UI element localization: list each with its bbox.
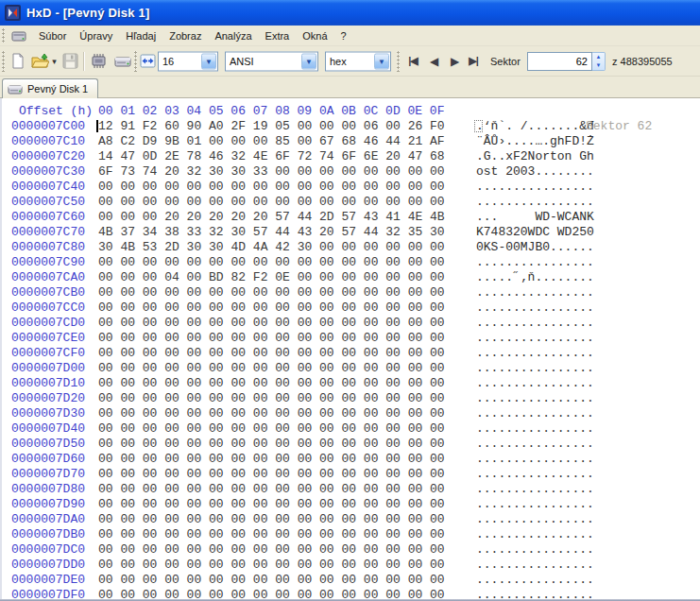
toolbar-gripper-3[interactable] [397, 51, 401, 72]
row-bytes[interactable]: 00 00 00 00 00 00 00 00 00 00 00 00 00 0… [98, 497, 445, 511]
row-bytes[interactable]: 00 00 00 04 00 BD 82 F2 0E 00 00 00 00 0… [98, 270, 445, 284]
row-bytes[interactable]: 00 00 00 00 00 00 00 00 00 00 00 00 00 0… [98, 316, 445, 330]
row-ascii[interactable]: ................ [476, 376, 594, 390]
row-ascii[interactable]: ................ [476, 285, 594, 300]
row-ascii[interactable]: ................ [476, 316, 594, 330]
open-ram-button[interactable] [88, 51, 109, 72]
row-ascii[interactable]: K748320WDC WD250 [476, 225, 594, 239]
tab-pevny-disk-1[interactable]: Pevný Disk 1 [2, 78, 98, 98]
bytes-per-row-combo[interactable]: 16 ▼ [158, 51, 218, 71]
toolbar-gripper-2[interactable] [134, 51, 138, 72]
row-ascii[interactable]: ................ [476, 452, 594, 466]
menu-item-2[interactable]: Úpravy [73, 27, 119, 44]
row-bytes[interactable]: 14 47 0D 2E 78 46 32 4E 6F 72 74 6F 6E 2… [98, 149, 445, 163]
row-ascii[interactable]: ................ [476, 391, 594, 405]
sector-input[interactable]: 62 [527, 52, 592, 71]
row-bytes[interactable]: 00 00 00 00 00 00 00 00 00 00 00 00 00 0… [98, 467, 445, 481]
row-bytes[interactable]: 00 00 00 00 00 00 00 00 00 00 00 00 00 0… [98, 512, 445, 526]
row-ascii[interactable]: ... WD-WCANK [476, 210, 594, 224]
row-bytes[interactable]: 00 00 00 00 00 00 00 00 00 00 00 00 00 0… [98, 588, 445, 599]
menu-gripper[interactable] [2, 28, 6, 43]
encoding-combo[interactable]: ANSI ▼ [225, 51, 318, 71]
row-bytes[interactable]: 00 00 00 00 00 00 00 00 00 00 00 00 00 0… [98, 376, 445, 390]
menu-item-3[interactable]: Hľadaj [119, 27, 162, 44]
open-file-button[interactable] [29, 51, 50, 72]
row-ascii[interactable]: ................ [476, 558, 594, 572]
row-ascii[interactable]: ................ [476, 195, 594, 209]
open-dropdown-caret[interactable]: ▾ [50, 57, 59, 66]
row-bytes[interactable]: 00 00 00 00 00 00 00 00 00 00 00 00 00 0… [98, 527, 445, 541]
row-bytes[interactable]: 00 00 00 00 00 00 00 00 00 00 00 00 00 0… [98, 558, 445, 572]
row-bytes[interactable]: 00 00 00 00 00 00 00 00 00 00 00 00 00 0… [98, 573, 445, 587]
new-file-button[interactable] [8, 51, 28, 72]
row-ascii[interactable]: ................ [476, 573, 594, 587]
menu-item-6[interactable]: Extra [259, 27, 297, 44]
offset-base-combo[interactable]: hex ▼ [325, 51, 391, 71]
row-bytes[interactable]: 6F 73 74 20 32 30 30 33 00 00 00 00 00 0… [98, 164, 445, 179]
row-bytes[interactable]: 00 00 00 00 00 00 00 00 00 00 00 00 00 0… [98, 255, 445, 269]
open-disk-button[interactable] [112, 51, 133, 72]
spinner-up-icon[interactable]: ▲ [592, 53, 605, 61]
row-ascii[interactable]: ................ [476, 497, 594, 511]
menu-item-4[interactable]: Zobraz [162, 27, 208, 44]
next-sector-button[interactable]: ▶ [445, 51, 464, 72]
chevron-down-icon[interactable]: ▼ [301, 53, 316, 69]
sector-spinner[interactable]: ▲ ▼ [592, 52, 606, 71]
row-ascii[interactable]: ................ [476, 361, 594, 375]
chevron-down-icon[interactable]: ▼ [201, 53, 216, 69]
row-bytes[interactable]: 00 00 00 20 20 20 20 20 57 44 2D 57 43 4… [98, 210, 445, 224]
title-bar[interactable]: HxD - [Pevný Disk 1] [0, 0, 700, 26]
row-bytes[interactable]: 00 00 00 00 00 00 00 00 00 00 00 00 00 0… [98, 361, 445, 375]
row-bytes[interactable]: 4B 37 34 38 33 32 30 57 44 43 20 57 44 3… [98, 225, 445, 239]
last-sector-button[interactable]: ▶| [464, 51, 483, 72]
row-ascii[interactable]: ................ [476, 406, 594, 421]
toolbar-gripper-1[interactable] [2, 51, 6, 72]
row-ascii[interactable]: ................ [476, 300, 594, 315]
save-button[interactable] [60, 51, 80, 72]
row-bytes[interactable]: 00 00 00 00 00 00 00 00 00 00 00 00 00 0… [98, 542, 445, 557]
row-ascii[interactable]: ¨ÂŮ›....….ghFD!Ż [476, 134, 594, 148]
row-ascii[interactable]: ................ [476, 542, 594, 557]
disk-document-icon[interactable] [11, 29, 26, 43]
row-bytes[interactable]: 00 00 00 00 00 00 00 00 00 00 00 00 00 0… [98, 285, 445, 300]
row-ascii[interactable]: ................ [476, 180, 594, 194]
row-bytes[interactable]: 00 00 00 00 00 00 00 00 00 00 00 00 00 0… [98, 406, 445, 421]
row-bytes[interactable]: 00 00 00 00 00 00 00 00 00 00 00 00 00 0… [98, 195, 445, 209]
row-bytes[interactable]: 00 00 00 00 00 00 00 00 00 00 00 00 00 0… [98, 437, 445, 451]
row-bytes[interactable]: 00 00 00 00 00 00 00 00 00 00 00 00 00 0… [98, 391, 445, 405]
first-sector-button[interactable]: |◀ [403, 51, 422, 72]
row-bytes[interactable]: 00 00 00 00 00 00 00 00 00 00 00 00 00 0… [98, 346, 445, 360]
menu-item-7[interactable]: Okná [296, 27, 333, 44]
row-ascii[interactable]: ................ [476, 482, 594, 496]
row-ascii[interactable]: ................ [476, 331, 594, 345]
previous-sector-button[interactable]: ◀ [424, 51, 443, 72]
row-ascii[interactable]: .G..xF2Norton Gh [476, 149, 594, 163]
row-bytes[interactable]: 00 00 00 00 00 00 00 00 00 00 00 00 00 0… [98, 180, 445, 194]
spinner-down-icon[interactable]: ▼ [592, 61, 605, 70]
row-bytes[interactable]: 00 00 00 00 00 00 00 00 00 00 00 00 00 0… [98, 331, 445, 345]
row-bytes[interactable]: 00 00 00 00 00 00 00 00 00 00 00 00 00 0… [98, 300, 445, 315]
row-ascii[interactable]: .....˝‚ň........ [476, 270, 594, 284]
menu-item-8[interactable]: ? [334, 27, 353, 44]
row-ascii[interactable]: .‘ň`. /.......&đ [476, 119, 594, 133]
row-ascii[interactable]: ost 2003........ [476, 164, 594, 179]
row-bytes[interactable]: A8 C2 D9 9B 01 00 00 00 85 00 67 68 46 4… [98, 134, 445, 148]
menu-item-1[interactable]: Súbor [32, 27, 73, 44]
row-ascii[interactable]: ................ [476, 437, 594, 451]
hex-editor[interactable]: Offset (h) 000102030405060708090A0B0C0D0… [0, 98, 700, 599]
chevron-down-icon[interactable]: ▼ [374, 53, 389, 69]
menu-item-5[interactable]: Analýza [208, 27, 258, 44]
row-bytes[interactable]: 12 91 F2 60 90 A0 2F 19 05 00 00 00 06 0… [98, 119, 445, 133]
row-ascii[interactable]: ................ [476, 527, 594, 541]
row-ascii[interactable]: ................ [476, 588, 594, 599]
row-ascii[interactable]: 0KS-00MJB0...... [476, 240, 594, 254]
row-ascii[interactable]: ................ [476, 255, 594, 269]
row-ascii[interactable]: ................ [476, 346, 594, 360]
row-bytes[interactable]: 00 00 00 00 00 00 00 00 00 00 00 00 00 0… [98, 452, 445, 466]
row-bytes[interactable]: 00 00 00 00 00 00 00 00 00 00 00 00 00 0… [98, 482, 445, 496]
row-ascii[interactable]: ................ [476, 467, 594, 481]
row-bytes[interactable]: 30 4B 53 2D 30 30 4D 4A 42 30 00 00 00 0… [98, 240, 445, 254]
row-ascii[interactable]: ................ [476, 512, 594, 526]
row-bytes[interactable]: 00 00 00 00 00 00 00 00 00 00 00 00 00 0… [98, 421, 445, 436]
row-ascii[interactable]: ................ [476, 421, 594, 436]
